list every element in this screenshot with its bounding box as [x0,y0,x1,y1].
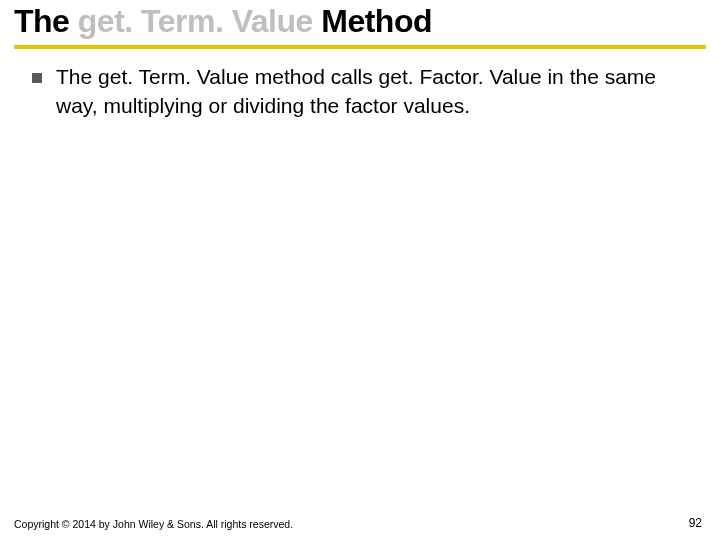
title-seg-3: Method [321,3,432,39]
body-area: The get. Term. Value method calls get. F… [0,49,720,120]
bullet-seg-4: get. Factor. Value [379,65,548,88]
title-seg-1: The [14,3,78,39]
footer: Copyright © 2014 by John Wiley & Sons. A… [0,516,720,530]
bullet-seg-2: get. Term. Value [98,65,255,88]
bullet-seg-1: The [56,65,98,88]
page-number: 92 [689,516,702,530]
slide-title: The get. Term. Value Method [14,4,706,39]
slide: The get. Term. Value Method The get. Ter… [0,0,720,540]
bullet-item: The get. Term. Value method calls get. F… [32,63,688,120]
bullet-seg-3: method calls [255,65,379,88]
copyright-text: Copyright © 2014 by John Wiley & Sons. A… [14,518,293,530]
bullet-icon [32,73,42,83]
title-seg-2-light: get. Term. Value [78,3,321,39]
title-area: The get. Term. Value Method [0,0,720,39]
bullet-text: The get. Term. Value method calls get. F… [56,63,688,120]
